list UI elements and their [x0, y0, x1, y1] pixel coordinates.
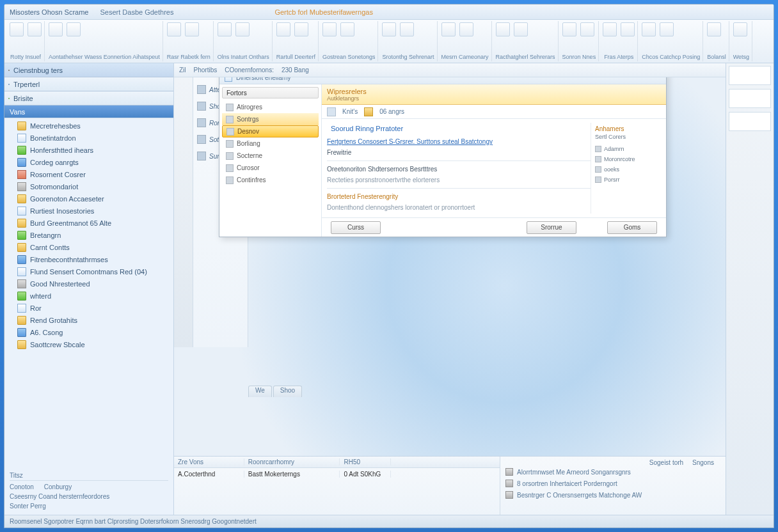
- sidebar-header-1[interactable]: Cienstnbug ters: [4, 63, 173, 77]
- info-item[interactable]: Besntrger C Onersnserrgets Matchonge AW: [505, 489, 720, 501]
- footer-link-2[interactable]: Conburgy: [44, 483, 72, 490]
- ribbon-button[interactable]: [642, 22, 656, 36]
- info-header: Sogeist torh Sngons: [505, 459, 720, 466]
- sidebar-item[interactable]: Rurtiest Inosestories: [4, 205, 173, 217]
- sidebar-header-3[interactable]: Brisite: [4, 91, 173, 106]
- bottom-tab[interactable]: Shoo: [273, 386, 302, 397]
- col-header[interactable]: Roonrcarrhomry: [244, 458, 340, 465]
- dialog-row[interactable]: Oreetonoriton Shdtersernors Besrtttres: [327, 164, 591, 175]
- tool-b[interactable]: 06 angrs: [379, 108, 404, 115]
- app-window: Misosters Ohosn Scrame Sesert Dasbe Gdet…: [4, 4, 774, 528]
- category-icon: [226, 104, 234, 111]
- item-icon: [17, 219, 26, 228]
- ribbon-button[interactable]: [28, 22, 42, 36]
- dialog-category[interactable]: Curosor: [222, 162, 319, 174]
- dialog-row: Frewitrie: [327, 147, 591, 158]
- info-item[interactable]: Alorrtmnwset Me Arneord Songanrsgnrs: [505, 466, 720, 478]
- sidebar-section-active[interactable]: Vans: [4, 106, 173, 118]
- sidebar-item[interactable]: A6. Csong: [4, 326, 173, 338]
- ribbon-button[interactable]: [496, 22, 510, 36]
- side-item[interactable]: ooeks: [595, 164, 657, 175]
- sidebar-item[interactable]: Flund Sensert Comontmans Red (04): [4, 265, 173, 278]
- sidebar-item[interactable]: Saottcrew Sbcale: [4, 338, 173, 350]
- sidebar-item[interactable]: Bretangrn: [4, 229, 173, 241]
- dialog-icon: [225, 77, 232, 82]
- dialog-btn-3[interactable]: Goms: [607, 221, 657, 234]
- dialog-category[interactable]: Sontrgs: [222, 113, 319, 125]
- side-item[interactable]: Moronrcotre: [595, 154, 657, 164]
- sidebar-item[interactable]: Bonetintatrdon: [4, 132, 173, 144]
- dialog-tab[interactable]: Fortors: [222, 87, 319, 98]
- sidebar-item[interactable]: Rend Grotahits: [4, 314, 173, 326]
- tool-a[interactable]: Knit's: [342, 108, 358, 115]
- bottom-tab[interactable]: We: [248, 386, 272, 397]
- sidebar-item[interactable]: Ror: [4, 302, 173, 314]
- subtool-c: COonernfornons:: [225, 66, 274, 74]
- footer-link-1[interactable]: Conoton: [10, 483, 34, 490]
- ribbon-button[interactable]: [49, 22, 63, 36]
- ribbon-button[interactable]: [400, 22, 414, 36]
- sidebar-item[interactable]: Honfersthtted ihears: [4, 144, 173, 156]
- dialog-link[interactable]: Fertgrtens Consosert S-Grsrer. Surttons …: [327, 136, 591, 147]
- ribbon-button[interactable]: [382, 22, 396, 36]
- sidebar-item[interactable]: Goorenoton Accaeseter: [4, 192, 173, 205]
- dialog-btn-1[interactable]: Curss: [331, 221, 381, 234]
- sidebar-item[interactable]: Carnt Contts: [4, 241, 173, 253]
- dialog-category[interactable]: Socterne: [222, 150, 319, 162]
- col-header[interactable]: Zre Vons: [174, 458, 244, 465]
- side-item[interactable]: Porsrr: [595, 175, 657, 185]
- side-item[interactable]: Adamrn: [595, 144, 657, 154]
- subtool-a[interactable]: Zil: [179, 66, 186, 74]
- subtool-b[interactable]: Phortibs: [194, 66, 218, 74]
- folder-icon[interactable]: [364, 107, 373, 116]
- right-widget[interactable]: [729, 66, 771, 85]
- ribbon-button[interactable]: [660, 22, 674, 36]
- sidebar-item[interactable]: Good Nhresterteed: [4, 278, 173, 290]
- info-item[interactable]: 8 orsortren Inhertaicert Porderngort: [505, 478, 720, 489]
- right-widget[interactable]: [729, 89, 771, 108]
- sidebar-header-2[interactable]: Trperterl: [4, 77, 173, 91]
- ribbon-button[interactable]: [580, 22, 594, 36]
- ribbon-button[interactable]: [276, 22, 290, 36]
- ribbon-button[interactable]: [235, 22, 250, 36]
- ribbon-button[interactable]: [340, 22, 354, 36]
- ribbon-button[interactable]: [441, 22, 456, 36]
- dialog-category[interactable]: Desnov: [222, 125, 319, 137]
- ribbon: Rotty InsuefAontathehser Waess Eonnertio…: [4, 20, 774, 63]
- dialog-category[interactable]: Continfres: [222, 174, 319, 186]
- sidebar-item[interactable]: Burd Greentmanot 65 Alte: [4, 217, 173, 229]
- dialog-category[interactable]: Borliang: [222, 137, 319, 150]
- ribbon-button[interactable]: [322, 22, 337, 36]
- ribbon-button[interactable]: [603, 22, 617, 36]
- table-row[interactable]: [174, 480, 500, 491]
- ribbon-button[interactable]: [67, 22, 81, 36]
- ribbon-button[interactable]: [167, 22, 181, 36]
- sidebar-item[interactable]: Mecretrehesbes: [4, 120, 173, 132]
- ribbon-button[interactable]: [185, 22, 199, 36]
- sidebar-item[interactable]: Sotromondariot: [4, 180, 173, 192]
- dialog-btn-2[interactable]: Srorrue: [527, 221, 576, 234]
- side-icon: [595, 146, 601, 152]
- tool-icon[interactable]: [327, 107, 336, 116]
- sidebar-item[interactable]: Fitrenbeconthntathrmses: [4, 253, 173, 265]
- sidebar-item[interactable]: Cordeg oanrgts: [4, 156, 173, 168]
- ribbon-button[interactable]: [294, 22, 308, 36]
- ribbon-button[interactable]: [562, 22, 576, 36]
- col-header[interactable]: RH50: [340, 458, 391, 465]
- table-row[interactable]: A.CocterthndBastt Mokerterngs0 Adt S0KhG: [174, 468, 500, 480]
- ribbon-button[interactable]: [10, 22, 24, 36]
- category-icon: [226, 116, 234, 123]
- ribbon-button[interactable]: [218, 22, 232, 36]
- ribbon-button[interactable]: [459, 22, 473, 36]
- right-widget[interactable]: [729, 112, 771, 131]
- dialog-category[interactable]: Atirogres: [222, 101, 319, 113]
- ribbon-button[interactable]: [733, 22, 747, 36]
- ribbon-button[interactable]: [621, 22, 635, 36]
- sidebar-item[interactable]: whterd: [4, 290, 173, 302]
- sidebar-item[interactable]: Rosornent Cosrer: [4, 168, 173, 180]
- dialog-titlebar: Dihersioft erleliarhy: [219, 77, 666, 84]
- ribbon-group: Srotonthg Sehrenart: [379, 21, 437, 61]
- ribbon-button[interactable]: [707, 22, 721, 36]
- table-row[interactable]: [174, 491, 500, 503]
- ribbon-button[interactable]: [514, 22, 528, 36]
